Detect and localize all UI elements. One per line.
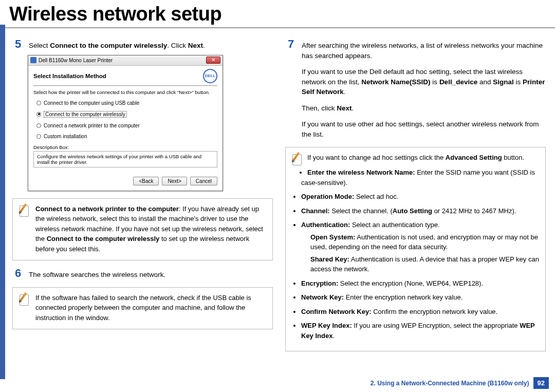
text: Enter the encryption network key value.	[344, 293, 462, 301]
app-icon	[30, 57, 36, 63]
heading-text: Select Installation Method	[33, 73, 106, 79]
left-column: 5 Select Connect to the computer wireles…	[12, 33, 273, 359]
dialog-instruction: Select how the printer will be connected…	[33, 89, 217, 95]
dialog-heading: Select Installation Method DELL	[33, 69, 217, 85]
note-step6: If the software has failed to search the…	[12, 287, 273, 330]
page-footer: 2. Using a Network-Connected Machine (B1…	[371, 377, 549, 389]
list-item: Operation Mode: Select ad hoc.	[301, 192, 539, 202]
bold: Connect to the computer wirelessly	[47, 235, 160, 242]
dell-logo: DELL	[203, 69, 217, 83]
step-7: 7 After searching the wireless networks,…	[285, 39, 546, 140]
step-6: 6 The software searches the wireless net…	[12, 268, 273, 280]
note-body: If you want to change ad hoc settings cl…	[292, 153, 539, 341]
list-item: Authentication: Select an authentication…	[301, 220, 539, 274]
note-step7: If you want to change ad hoc settings cl…	[285, 147, 546, 352]
description-label: Description Box:	[33, 144, 217, 150]
list-item: Encryption: Select the encryption (None,…	[301, 278, 539, 289]
text: Select an authentication type.	[350, 221, 439, 229]
right-column: 7 After searching the wireless networks,…	[285, 33, 546, 359]
text: button.	[502, 154, 524, 161]
text: is	[431, 78, 439, 86]
text: and	[477, 78, 493, 86]
install-dialog: Dell B1160w Mono Laser Printer ✕ Select …	[28, 55, 223, 191]
sub-item: Shared Key: Authentication is used. A de…	[310, 254, 539, 274]
bold: Signal	[493, 78, 514, 86]
text: .	[352, 104, 354, 112]
bold: Network Name(SSID)	[361, 78, 430, 86]
bold: Channel:	[301, 207, 330, 215]
bold: Open System:	[310, 233, 355, 241]
bold: Next	[188, 42, 203, 49]
radio-label: Connect to the computer wirelessly	[44, 111, 127, 118]
radio-usb[interactable]: Connect to the computer using USB cable	[36, 100, 214, 106]
bold: Shared Key:	[310, 255, 349, 263]
bold: Advanced Setting	[446, 154, 502, 161]
step-body: After searching the wireless networks, a…	[302, 39, 546, 140]
dialog-title: Dell B1160w Mono Laser Printer	[39, 58, 113, 63]
text: Select	[29, 42, 50, 49]
note-step5: Connect to a network printer to the comp…	[12, 198, 273, 261]
page-title: Wireless network setup	[0, 0, 555, 27]
radio-icon	[36, 134, 41, 139]
paragraph: Then, click Next.	[302, 103, 546, 114]
note-intro: If you want to change ad hoc settings cl…	[292, 153, 539, 163]
back-button[interactable]: <Back	[133, 177, 159, 185]
step-body: Select Connect to the computer wirelessl…	[29, 39, 205, 51]
radio-icon	[36, 101, 41, 105]
chapter-label: 2. Using a Network-Connected Machine (B1…	[371, 380, 529, 387]
paragraph: After searching the wireless networks, a…	[302, 41, 546, 61]
text: .	[203, 42, 205, 49]
paragraph: If you want to use the Dell default ad h…	[302, 67, 546, 97]
text: If you are using WEP Encryption, select …	[352, 322, 520, 329]
bold: Operation Mode:	[301, 193, 354, 200]
text: Confirm the encryption network key value…	[372, 308, 498, 315]
description-box: Configure the wireless network settings …	[33, 151, 217, 167]
radio-label: Connect to the computer using USB cable	[44, 100, 139, 106]
radio-custom[interactable]: Custom installation	[36, 134, 214, 139]
text: . Click	[167, 42, 188, 49]
list-item: Enter the wireless Network Name: Enter t…	[301, 167, 539, 188]
title-rule	[0, 27, 555, 28]
radio-icon	[36, 112, 41, 117]
text: Select ad hoc.	[354, 193, 398, 200]
bold: Authentication:	[301, 221, 350, 229]
text: Select the channel. (	[330, 207, 393, 215]
list-item: Network Key: Enter the encryption networ…	[301, 292, 539, 303]
advanced-settings-list: Enter the wireless Network Name: Enter t…	[292, 167, 539, 341]
bold: Connect to the computer wirelessly	[50, 42, 167, 49]
radio-icon	[36, 123, 41, 128]
two-column-layout: 5 Select Connect to the computer wireles…	[0, 33, 555, 359]
page-number: 92	[533, 377, 549, 389]
cancel-button[interactable]: Cancel	[190, 177, 217, 185]
close-button[interactable]: ✕	[206, 57, 220, 64]
radio-network-printer[interactable]: Connect a network printer to the compute…	[36, 123, 214, 128]
list-item: Confirm Network Key: Confirm the encrypt…	[301, 307, 539, 317]
bold: Enter the wireless Network Name:	[307, 169, 415, 176]
pencil-note-icon	[19, 293, 30, 306]
text: is	[514, 78, 523, 86]
bold: Auto Setting	[393, 207, 432, 215]
step-number: 7	[285, 39, 297, 140]
radio-wireless[interactable]: Connect to the computer wirelessly	[36, 111, 214, 118]
radio-label: Custom installation	[44, 134, 87, 139]
sub-item: Open System: Authentication is not used,…	[310, 232, 539, 252]
bold: Network Key:	[301, 293, 344, 301]
step-number: 5	[12, 39, 24, 51]
note-text: Connect to a network printer to the comp…	[35, 204, 266, 254]
dialog-titlebar: Dell B1160w Mono Laser Printer ✕	[28, 55, 223, 66]
step-5: 5 Select Connect to the computer wireles…	[12, 39, 273, 51]
dialog-rule	[33, 85, 217, 86]
bold: Encryption:	[301, 279, 338, 287]
step-number: 6	[12, 268, 24, 280]
bold: Confirm Network Key:	[301, 308, 372, 315]
text: Then, click	[302, 104, 337, 112]
note-text: If the software has failed to search the…	[35, 293, 266, 323]
text: .	[332, 332, 335, 340]
list-item: Channel: Select the channel. (Auto Setti…	[301, 206, 539, 216]
next-button[interactable]: Next>	[162, 177, 187, 185]
step-body: The software searches the wireless netwo…	[29, 268, 165, 280]
pencil-note-icon	[292, 153, 303, 166]
pencil-note-icon	[19, 204, 30, 217]
paragraph: If you want to use other ad hoc settings…	[302, 119, 546, 139]
list-item: WEP Key Index: If you are using WEP Encr…	[301, 321, 539, 341]
